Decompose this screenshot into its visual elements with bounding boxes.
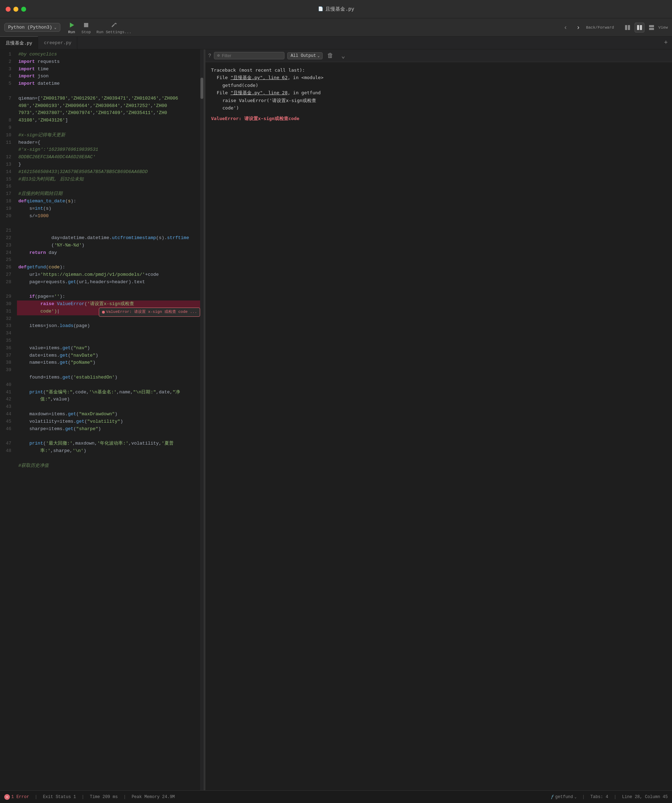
output-panel: ? ⊘ All Output ⌄ 🗑 ⌄ Traceback (most rec… <box>205 49 672 790</box>
ln-14: 14 <box>0 169 14 176</box>
close-button[interactable] <box>6 7 11 11</box>
function-status[interactable]: ƒ getfund ⌄ <box>551 794 576 800</box>
clear-output-button[interactable]: 🗑 <box>325 51 335 61</box>
code-line-21: day=datetime.datetime.utcfromtimestamp(s… <box>17 234 200 242</box>
collapse-output-button[interactable]: ⌄ <box>338 51 348 61</box>
code-line-17: def qieman_to_date(s): <box>17 198 200 205</box>
code-line-blank5 <box>17 256 200 264</box>
code-line-7: qieman=['ZH001798','ZH012926','ZH039471'… <box>17 95 200 102</box>
file-ref-1: File "且慢基金.py", line 62, in <module> <box>217 74 666 81</box>
code-line-42: maxdown=items.get("maxDrawdown") <box>17 411 200 418</box>
ln-27: 27 <box>0 271 14 279</box>
code-line-blank14 <box>17 455 200 462</box>
code-line-7d: 43108','ZH043126'] <box>17 117 200 124</box>
view-btn-1[interactable] <box>623 23 633 33</box>
ln-43: 43 <box>0 403 14 411</box>
ln-39b <box>0 374 14 381</box>
ln-16: 16 <box>0 183 14 190</box>
code-line-29: raise ValueError('请设置x-sign或检查 ValueErro… <box>17 301 200 308</box>
svg-rect-7 <box>649 28 654 30</box>
ln-37: 37 <box>0 352 14 359</box>
svg-rect-6 <box>649 25 654 27</box>
ln-38: 38 <box>0 359 14 367</box>
code-line-40b: 值:",value) <box>17 396 200 403</box>
code-line-1: #by concyclics <box>17 51 200 58</box>
ln-11: 11 <box>0 139 14 146</box>
code-line-blank9 <box>17 337 200 345</box>
code-line-34: value=items.get("nav") <box>17 345 200 352</box>
ln-40: 40 <box>0 381 14 389</box>
error-message: ValueError: 请设置x-sign或检查code <box>211 115 666 122</box>
toolbar-right: ‹ › Back/Forward View <box>560 23 668 33</box>
run-button[interactable]: Run <box>67 21 76 34</box>
main-content: 1 2 3 4 5 7 8 9 10 11 12 13 14 15 16 17 <box>0 49 672 790</box>
filter-input[interactable] <box>222 53 282 58</box>
ln-20: 20 <box>0 213 14 220</box>
code-line-9: #x-sign记得每天更新 <box>17 132 200 139</box>
scrollbar-thumb <box>200 78 203 99</box>
status-sep-3: | <box>123 795 126 800</box>
svg-rect-3 <box>628 25 630 30</box>
error-count: 1 Error <box>11 795 29 800</box>
code-scrollbar[interactable] <box>200 49 204 790</box>
code-line-5: import datetime <box>17 80 200 88</box>
code-area: 1 2 3 4 5 7 8 9 10 11 12 13 14 15 16 17 <box>0 49 204 790</box>
ln-28b <box>0 286 14 293</box>
question-icon: ? <box>208 53 211 59</box>
code-line-3: import time <box>17 66 200 73</box>
fn-chevron: ⌄ <box>575 795 577 799</box>
status-sep-2: | <box>81 795 84 800</box>
code-line-12: } <box>17 161 200 169</box>
tab-add-button[interactable]: + <box>660 36 672 49</box>
stop-button[interactable]: Stop <box>81 21 91 34</box>
ln-18: 18 <box>0 198 14 205</box>
code-line-36: name=items.get("poName") <box>17 359 200 367</box>
ln-47: 47 <box>0 440 14 447</box>
code-line-7c: 7973','ZH037807','ZH007974','ZH017409','… <box>17 109 200 117</box>
window-title-text: 且慢基金.py <box>325 6 354 12</box>
svg-rect-4 <box>637 25 639 30</box>
status-sep-5: | <box>614 795 616 800</box>
stop-label: Stop <box>81 30 91 34</box>
ln-23: 23 <box>0 242 14 249</box>
code-ref-2: raise ValueError('请设置x-sign或检查 <box>222 97 666 104</box>
ln-36: 36 <box>0 345 14 352</box>
error-status: ✕ 1 Error <box>4 794 29 800</box>
error-text: ValueError: 请设置x-sign或检查code <box>211 116 299 121</box>
run-settings-button[interactable]: Run Settings... <box>96 21 131 34</box>
minimize-button[interactable] <box>13 7 18 11</box>
ln-29: 29 <box>0 293 14 301</box>
tabs-bar: 且慢基金.py creeper.py + <box>0 37 672 49</box>
output-select[interactable]: All Output ⌄ <box>287 52 323 59</box>
code-line-38: found=items.get('establishedOn') <box>17 374 200 381</box>
code-content[interactable]: #by concyclics import requests import ti… <box>17 49 200 790</box>
tab-qieman[interactable]: 且慢基金.py <box>0 36 38 49</box>
code-line-blank1 <box>17 88 200 95</box>
tab-creeper[interactable]: creeper.py <box>38 36 77 49</box>
ln-13: 13 <box>0 161 14 169</box>
code-line-blank12 <box>17 403 200 411</box>
ln-3: 3 <box>0 66 14 73</box>
code-line-26: page=requests.get(url,headers=header).te… <box>17 279 200 286</box>
code-line-16: #且慢的时间戳转日期 <box>17 190 200 198</box>
ln-34: 34 <box>0 330 14 337</box>
code-line-10: header={ <box>17 139 200 146</box>
code-line-blank13 <box>17 432 200 440</box>
language-selector[interactable]: Python (Python3) ⌄ <box>4 23 60 32</box>
code-line-40: print("基金编号:",code,'\n基金名:',name,"\n日期:"… <box>17 389 200 396</box>
back-button[interactable]: ‹ <box>560 23 570 33</box>
error-tooltip: ValueError: 请设置 x-sign 或检查 code ... <box>99 307 200 317</box>
code-line-4: import json <box>17 73 200 80</box>
ln-42: 42 <box>0 396 14 403</box>
view-btn-2[interactable] <box>635 23 644 33</box>
code-line-46b: 率:',sharpe,'\n') <box>17 447 200 455</box>
fn-icon: ƒ <box>551 794 554 800</box>
code-ref-1: getfund(code) <box>222 81 666 89</box>
ln-15: 15 <box>0 176 14 183</box>
code-line-21a <box>17 227 200 234</box>
maximize-button[interactable] <box>21 7 26 11</box>
view-btn-3[interactable] <box>647 23 656 33</box>
code-line-blank2 <box>17 124 200 132</box>
forward-button[interactable]: › <box>573 23 583 33</box>
exit-status: Exit Status 1 <box>43 795 76 800</box>
